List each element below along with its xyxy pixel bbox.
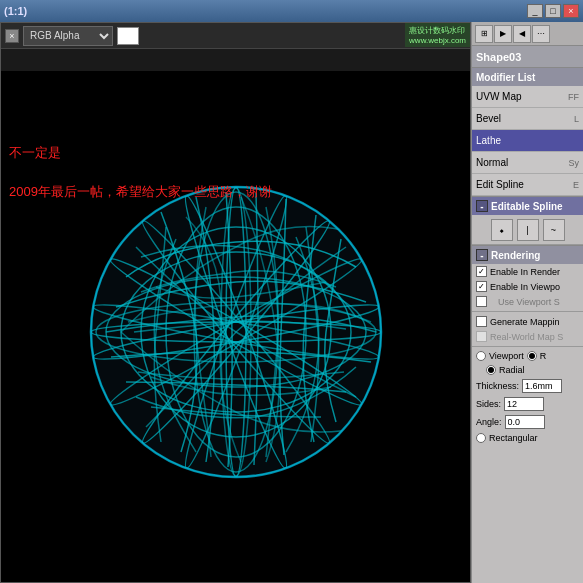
right-top-icons: ⊞ ▶ ◀ ⋯	[472, 22, 583, 46]
enable-render-option: Enable In Render	[472, 264, 583, 279]
divider-1	[472, 311, 583, 312]
rt-icon-3[interactable]: ◀	[513, 25, 531, 43]
thickness-input[interactable]	[522, 379, 562, 393]
divider-2	[472, 346, 583, 347]
modifier-list-header: Modifier List	[472, 68, 583, 86]
rt-icon-1[interactable]: ⊞	[475, 25, 493, 43]
viewport-panel: × RGB Alpha Red Green Blue Alpha 第10：成型，…	[0, 22, 471, 583]
modifier-list: UVW Map FF Bevel L Lathe Normal Sy Edit …	[472, 86, 583, 196]
sub-icon-spline[interactable]: ~	[543, 219, 565, 241]
close-button[interactable]: ×	[563, 4, 579, 18]
rectangular-radio[interactable]	[476, 433, 486, 443]
title-bar: (1:1) _ □ ×	[0, 0, 583, 22]
radial-radio[interactable]	[527, 351, 537, 361]
modifier-edit-spline[interactable]: Edit Spline E	[472, 174, 583, 196]
minimize-button[interactable]: _	[527, 4, 543, 18]
shape-name: Shape03	[476, 51, 521, 63]
rt-icon-2[interactable]: ▶	[494, 25, 512, 43]
use-viewport-option: Use Viewport S	[472, 294, 583, 309]
channel-close-button[interactable]: ×	[5, 29, 19, 43]
real-world-option: Real-World Map S	[472, 329, 583, 344]
shape-name-bar: Shape03	[472, 46, 583, 68]
modifier-section: Modifier List UVW Map FF Bevel L Lathe N…	[472, 68, 583, 197]
right-panel: ⊞ ▶ ◀ ⋯ Shape03 Modifier List UVW Map FF…	[471, 22, 583, 583]
channel-bar: × RGB Alpha Red Green Blue Alpha	[1, 23, 470, 49]
chinese-line-1: 第10：成型，这是思路，任何造型都可以，	[9, 123, 462, 143]
viewport-radial-radio-group: Viewport R	[472, 349, 583, 363]
rectangular-option: Rectangular	[472, 431, 583, 445]
rendering-collapse-button[interactable]: -	[476, 249, 488, 261]
rendering-section: - Rendering Enable In Render Enable In V…	[472, 246, 583, 583]
sub-icons-row: ⬥ | ~	[472, 215, 583, 245]
channel-color-box	[117, 27, 139, 45]
window-controls: _ □ ×	[527, 4, 579, 18]
sides-row: Sides:	[472, 395, 583, 413]
modifier-lathe[interactable]: Lathe	[472, 130, 583, 152]
real-world-checkbox[interactable]	[476, 331, 487, 342]
sub-icon-vertex[interactable]: ⬥	[491, 219, 513, 241]
angle-input[interactable]	[505, 415, 545, 429]
editable-spline-header: - Editable Spline	[472, 197, 583, 215]
editable-spline-collapse-button[interactable]: -	[476, 200, 488, 212]
sphere-area: 第10：成型，这是思路，任何造型都可以， 不一定是 球体... 2009年最后一…	[1, 71, 470, 582]
title-bar-icons: (1:1)	[4, 5, 33, 17]
radial-selected-radio[interactable]	[486, 365, 496, 375]
title-text: (1:1)	[4, 5, 27, 17]
thickness-row: Thickness:	[472, 377, 583, 395]
enable-viewport-option: Enable In Viewpo	[472, 279, 583, 294]
radial-section-label: Radial	[472, 363, 583, 377]
editable-spline-section: - Editable Spline ⬥ | ~	[472, 197, 583, 246]
rt-icon-4[interactable]: ⋯	[532, 25, 550, 43]
angle-row: Angle:	[472, 413, 583, 431]
enable-viewport-checkbox[interactable]	[476, 281, 487, 292]
maximize-button[interactable]: □	[545, 4, 561, 18]
modifier-uvw-map[interactable]: UVW Map FF	[472, 86, 583, 108]
wireframe-sphere	[66, 157, 406, 497]
watermark: 惠设计数码水印www.webjx.com	[405, 23, 470, 47]
modifier-bevel[interactable]: Bevel L	[472, 108, 583, 130]
use-viewport-checkbox[interactable]	[476, 296, 487, 307]
generate-mapping-checkbox[interactable]	[476, 316, 487, 327]
sides-input[interactable]	[504, 397, 544, 411]
rendering-header: - Rendering	[472, 246, 583, 264]
generate-mapping-option: Generate Mappin	[472, 314, 583, 329]
main-layout: × RGB Alpha Red Green Blue Alpha 第10：成型，…	[0, 22, 583, 583]
channel-select[interactable]: RGB Alpha Red Green Blue Alpha	[23, 26, 113, 46]
modifier-normal[interactable]: Normal Sy	[472, 152, 583, 174]
sub-icon-segment[interactable]: |	[517, 219, 539, 241]
viewport-radio[interactable]	[476, 351, 486, 361]
enable-render-checkbox[interactable]	[476, 266, 487, 277]
